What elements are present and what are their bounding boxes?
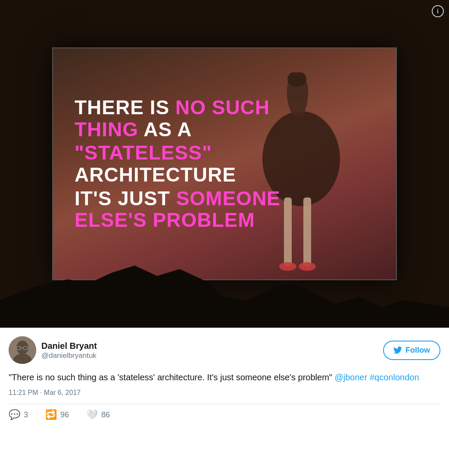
tweet-body: Daniel Bryant @danielbryantuk Follow "Th…: [0, 328, 449, 427]
svg-point-7: [16, 341, 28, 354]
presentation-slide: THERE IS NO SUCH THING AS A "STATELESS" …: [52, 47, 397, 280]
slide-line-3: IT'S JUST SOMEONE ELSE'S PROBLEM: [75, 188, 324, 231]
retweet-action[interactable]: 🔁 96: [45, 409, 69, 420]
user-name-block: Daniel Bryant @danielbryantuk: [41, 340, 97, 360]
tweet-mention-2[interactable]: #qconlondon: [370, 373, 419, 382]
slide-line-1: THERE IS NO SUCH THING AS A: [75, 97, 324, 140]
reply-icon: 💬: [9, 409, 20, 420]
tweet-user-info: Daniel Bryant @danielbryantuk: [9, 336, 97, 364]
svg-point-4: [279, 262, 296, 271]
tweet-actions: 💬 3 🔁 96 🤍 86: [9, 404, 440, 420]
like-icon: 🤍: [86, 409, 98, 420]
follow-label: Follow: [405, 346, 430, 355]
screen-name: @danielbryantuk: [41, 351, 97, 360]
tweet-image-container: THERE IS NO SUCH THING AS A "STATELESS" …: [0, 0, 449, 328]
like-count: 86: [101, 410, 110, 420]
info-icon[interactable]: i: [432, 5, 444, 17]
slide-line-2: "STATELESS" ARCHITECTURE: [75, 142, 324, 185]
follow-button[interactable]: Follow: [383, 341, 440, 360]
retweet-count: 96: [60, 410, 69, 420]
reply-action[interactable]: 💬 3: [9, 409, 28, 420]
avatar[interactable]: [9, 336, 36, 364]
like-action[interactable]: 🤍 86: [86, 409, 110, 420]
tweet-text: "There is no such thing as a 'stateless'…: [9, 371, 440, 384]
retweet-icon: 🔁: [45, 409, 57, 420]
svg-point-5: [299, 262, 316, 271]
display-name: Daniel Bryant: [41, 340, 97, 351]
tweet-timestamp: 11:21 PM · Mar 6, 2017: [9, 389, 440, 397]
slide-text-block: THERE IS NO SUCH THING AS A "STATELESS" …: [75, 97, 324, 231]
reply-count: 3: [24, 410, 28, 420]
tweet-mention-1[interactable]: @jboner: [335, 373, 368, 382]
tweet-text-plain: "There is no such thing as a 'stateless'…: [9, 373, 335, 382]
tweet-header: Daniel Bryant @danielbryantuk Follow: [9, 336, 440, 364]
twitter-bird-icon: [393, 346, 402, 354]
